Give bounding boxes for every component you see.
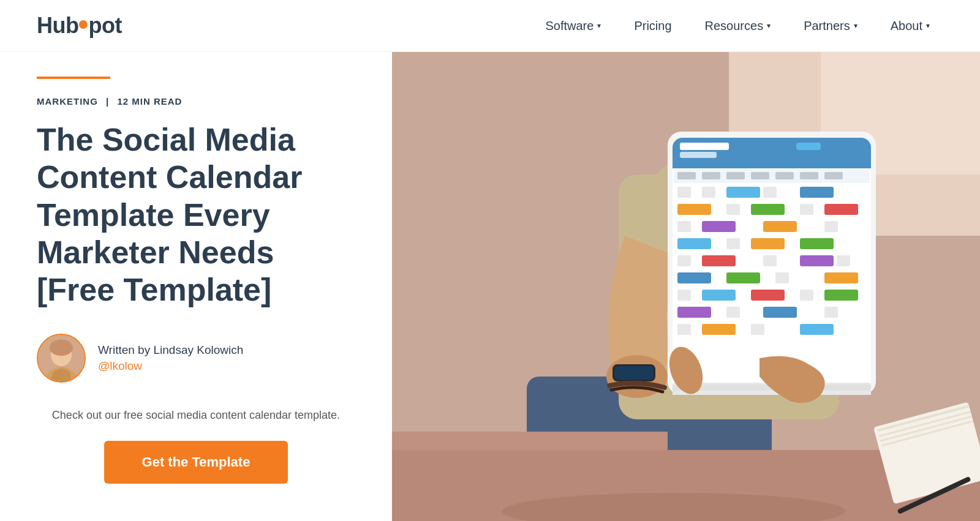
- logo-text-before: Hub: [37, 13, 78, 39]
- nav-item-resources[interactable]: Resources ▾: [692, 13, 785, 39]
- svg-rect-53: [726, 272, 760, 283]
- svg-rect-29: [677, 187, 691, 198]
- hero-illustration: [392, 52, 980, 521]
- svg-rect-67: [751, 324, 764, 335]
- logo-dot: [79, 20, 88, 29]
- svg-rect-27: [800, 172, 818, 179]
- chevron-down-icon-resources: ▾: [767, 21, 771, 30]
- article-category-label: MARKETING | 12 MIN READ: [37, 96, 355, 107]
- separator: |: [106, 96, 112, 107]
- svg-rect-61: [677, 307, 711, 318]
- orange-divider: [37, 77, 110, 79]
- svg-rect-58: [751, 290, 785, 301]
- svg-rect-39: [677, 221, 691, 232]
- svg-rect-40: [702, 221, 736, 232]
- svg-rect-46: [800, 238, 834, 249]
- left-panel: MARKETING | 12 MIN READ The Social Media…: [0, 52, 392, 521]
- svg-rect-48: [702, 255, 736, 266]
- svg-rect-26: [775, 172, 794, 179]
- logo-text-after: pot: [88, 13, 121, 39]
- svg-rect-12: [614, 366, 654, 380]
- svg-rect-31: [726, 187, 760, 198]
- svg-rect-63: [763, 307, 797, 318]
- svg-rect-43: [677, 238, 711, 249]
- nav-label-software: Software: [545, 19, 594, 33]
- author-name-text: Lindsay Kolowich: [153, 343, 243, 356]
- nav-item-partners[interactable]: Partners ▾: [790, 13, 871, 39]
- svg-rect-23: [702, 172, 720, 179]
- hero-image-container: [392, 52, 980, 521]
- svg-rect-54: [775, 272, 789, 283]
- svg-rect-25: [751, 172, 769, 179]
- nav-label-pricing: Pricing: [634, 19, 671, 33]
- svg-rect-35: [726, 204, 740, 215]
- svg-rect-44: [726, 238, 740, 249]
- svg-rect-18: [680, 152, 717, 158]
- svg-rect-34: [677, 204, 711, 215]
- svg-rect-65: [677, 324, 691, 335]
- nav-item-about[interactable]: About ▾: [877, 13, 943, 39]
- svg-rect-70: [673, 391, 871, 395]
- nav-label-about: About: [891, 19, 922, 33]
- main-content: MARKETING | 12 MIN READ The Social Media…: [0, 52, 980, 521]
- svg-rect-51: [837, 255, 850, 266]
- svg-rect-38: [824, 204, 858, 215]
- svg-rect-64: [824, 307, 838, 318]
- article-description: Check out our free social media content …: [37, 407, 355, 424]
- svg-rect-52: [677, 272, 711, 283]
- author-written-by: Written by Lindsay Kolowich: [98, 343, 243, 357]
- svg-rect-49: [763, 255, 777, 266]
- nav-label-resources: Resources: [705, 19, 764, 33]
- chevron-down-icon-about: ▾: [926, 21, 930, 30]
- author-avatar-image: [38, 334, 85, 383]
- svg-rect-68: [800, 324, 834, 335]
- svg-rect-42: [824, 221, 838, 232]
- navbar: Hubpot Software ▾ Pricing Resources ▾ Pa…: [0, 0, 980, 52]
- svg-rect-50: [800, 255, 834, 266]
- svg-rect-36: [751, 204, 785, 215]
- svg-rect-41: [763, 221, 797, 232]
- nav-label-partners: Partners: [804, 19, 850, 33]
- category-text: MARKETING: [37, 96, 98, 107]
- author-info: Written by Lindsay Kolowich @lkolow: [98, 343, 243, 373]
- svg-rect-30: [702, 187, 715, 198]
- author-handle-link[interactable]: @lkolow: [98, 359, 243, 373]
- nav-item-software[interactable]: Software ▾: [532, 13, 614, 39]
- svg-rect-60: [824, 290, 858, 301]
- svg-rect-45: [751, 238, 785, 249]
- svg-rect-19: [796, 143, 821, 150]
- svg-rect-22: [677, 172, 696, 179]
- chevron-down-icon: ▾: [597, 21, 601, 30]
- svg-rect-62: [726, 307, 740, 318]
- hero-image-panel: [392, 52, 980, 521]
- author-section: Written by Lindsay Kolowich @lkolow: [37, 334, 355, 383]
- avatar: [37, 334, 86, 383]
- svg-rect-59: [800, 290, 813, 301]
- logo[interactable]: Hubpot: [37, 13, 122, 39]
- svg-rect-57: [702, 290, 736, 301]
- svg-rect-17: [680, 143, 729, 150]
- nav-links: Software ▾ Pricing Resources ▾ Partners …: [532, 13, 943, 39]
- svg-rect-28: [824, 172, 843, 179]
- get-template-button[interactable]: Get the Template: [104, 441, 288, 484]
- svg-rect-66: [702, 324, 736, 335]
- svg-rect-55: [824, 272, 858, 283]
- svg-rect-24: [726, 172, 745, 179]
- svg-rect-47: [677, 255, 691, 266]
- read-time-text: 12 MIN READ: [117, 96, 182, 107]
- article-title: The Social Media Content Calendar Templa…: [37, 121, 355, 309]
- nav-item-pricing[interactable]: Pricing: [620, 13, 685, 39]
- svg-rect-37: [800, 204, 813, 215]
- chevron-down-icon-partners: ▾: [854, 21, 858, 30]
- svg-rect-33: [800, 187, 834, 198]
- svg-rect-56: [677, 290, 691, 301]
- svg-rect-32: [763, 187, 777, 198]
